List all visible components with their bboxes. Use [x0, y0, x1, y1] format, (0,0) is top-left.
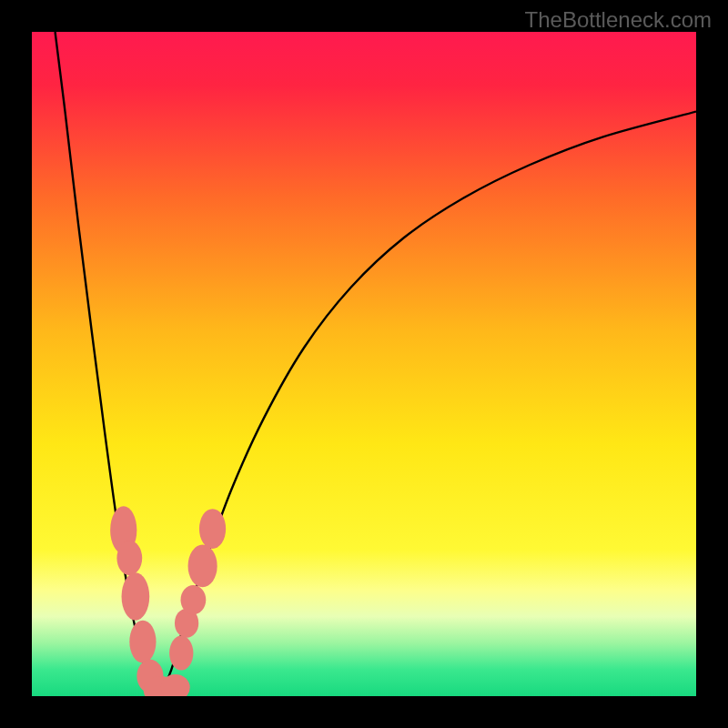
- curve-layer: [32, 32, 696, 696]
- data-marker: [169, 636, 193, 671]
- data-marker: [188, 545, 217, 588]
- marker-group: [110, 506, 226, 696]
- data-marker: [181, 585, 207, 614]
- data-marker: [199, 509, 226, 549]
- data-marker: [122, 572, 150, 621]
- curve-right-branch: [159, 112, 696, 696]
- plot-area: [32, 32, 696, 696]
- data-marker: [129, 621, 156, 663]
- chart-container: TheBottleneck.com: [0, 0, 728, 728]
- watermark-text: TheBottleneck.com: [525, 7, 712, 33]
- data-marker: [116, 541, 142, 575]
